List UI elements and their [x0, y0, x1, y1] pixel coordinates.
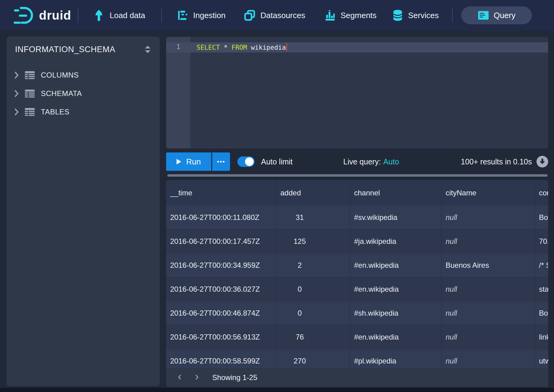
- sql-editor[interactable]: 1 SELECT * FROM wikipedia: [166, 37, 548, 148]
- table-cell: 2: [276, 253, 350, 277]
- nav-divider: [161, 8, 162, 23]
- table-cell: 125: [276, 229, 350, 253]
- table-cell: 2016-06-27T00:00:11.080Z: [166, 206, 276, 229]
- chevron-right-icon[interactable]: [14, 109, 19, 115]
- table-cell: link: [535, 325, 548, 349]
- horizontal-scrollbar[interactable]: [167, 174, 548, 177]
- download-icon: [539, 158, 545, 165]
- table-cell: #en.wikipedia: [350, 325, 442, 349]
- table-cell: Bot: [535, 206, 548, 229]
- column-header-comment[interactable]: comment: [535, 180, 548, 206]
- ingestion-chart-icon: [178, 10, 188, 21]
- auto-limit-label: Auto limit: [261, 157, 293, 166]
- nav-item-label: Services: [408, 11, 439, 20]
- nav-item-query-active[interactable]: Query: [461, 6, 532, 24]
- schema-header[interactable]: INFORMATION_SCHEMA: [6, 43, 160, 56]
- live-query-label: Live query:Auto: [343, 157, 399, 166]
- chevron-right-icon[interactable]: [14, 90, 19, 97]
- editor-gutter: [166, 37, 190, 148]
- nav-item-label: Ingestion: [193, 11, 226, 20]
- table-icon: [25, 90, 35, 98]
- database-icon: [392, 10, 403, 21]
- top-nav-bar: druid Load data Ingestion: [0, 0, 554, 31]
- table-cell: 2016-06-27T00:00:17.457Z: [166, 229, 276, 253]
- console-icon: [478, 11, 489, 20]
- sidebar-item-schemata[interactable]: SCHEMATA: [6, 84, 160, 103]
- chevron-right-icon[interactable]: [14, 72, 19, 79]
- sql-token: wikipedia: [247, 44, 286, 51]
- table-cell: #en.wikipedia: [350, 277, 442, 301]
- table-row: 2016-06-27T00:00:34.959Z2#en.wikipediaBu…: [166, 253, 548, 277]
- brand-wordmark: druid: [39, 9, 71, 22]
- tree-item-label: COLUMNS: [41, 71, 79, 79]
- column-header-time[interactable]: __time: [166, 180, 276, 206]
- table-row: 2016-06-27T00:00:56.913Z76#en.wikipedian…: [166, 325, 548, 349]
- next-page-button[interactable]: ›: [188, 370, 205, 385]
- schema-title: INFORMATION_SCHEMA: [15, 45, 144, 54]
- nav-item-load-data[interactable]: Load data: [93, 0, 145, 31]
- table-cell: Bot: [535, 301, 548, 325]
- table-cell: 2016-06-27T00:00:56.913Z: [166, 325, 276, 349]
- druid-logo[interactable]: druid: [13, 0, 71, 31]
- run-button[interactable]: Run: [166, 152, 211, 171]
- druid-logo-icon: [13, 6, 33, 24]
- nav-item-segments[interactable]: Segments: [325, 0, 376, 31]
- table-cell: 0: [276, 301, 350, 325]
- table-cell: null: [442, 206, 535, 229]
- bottom-edge-strip: [0, 388, 554, 392]
- table-cell: 2016-06-27T00:00:36.027Z: [166, 277, 276, 301]
- table-cell: #sv.wikipedia: [350, 206, 442, 229]
- play-icon: [177, 159, 181, 164]
- tree-item-label: SCHEMATA: [41, 89, 82, 98]
- layers-icon: [244, 10, 255, 21]
- sidebar-item-tables[interactable]: TABLES: [6, 103, 160, 121]
- column-header-channel[interactable]: channel: [350, 180, 442, 206]
- showing-range-label: Showing 1-25: [212, 373, 257, 382]
- table-row: 2016-06-27T00:00:46.874Z0#sh.wikipedianu…: [166, 301, 548, 325]
- table-cell: null: [442, 301, 535, 325]
- table-cell: 76: [276, 325, 350, 349]
- table-cell: #sh.wikipedia: [350, 301, 442, 325]
- results-summary: 100+ results in 0.10s: [461, 157, 532, 166]
- tree-item-label: TABLES: [41, 108, 69, 116]
- nav-item-services[interactable]: Services: [392, 0, 439, 31]
- table-cell: 0: [276, 277, 350, 301]
- table-cell: #en.wikipedia: [350, 253, 442, 277]
- table-row: 2016-06-27T00:00:11.080Z31#sv.wikipedian…: [166, 206, 548, 229]
- nav-item-label: Segments: [341, 11, 376, 20]
- nav-item-label: Query: [494, 11, 516, 20]
- table-cell: #ja.wikipedia: [350, 229, 442, 253]
- run-button-label: Run: [186, 157, 201, 167]
- auto-limit-toggle[interactable]: [237, 156, 255, 167]
- toggle-knob: [245, 157, 254, 166]
- nav-divider: [78, 8, 78, 23]
- table-cell: 31: [276, 206, 350, 229]
- more-options-button[interactable]: •••: [212, 152, 230, 171]
- sql-token: FROM: [232, 44, 247, 51]
- table-cell: null: [442, 277, 535, 301]
- table-cell: sta: [535, 277, 548, 301]
- results-pagination: ‹ › Showing 1-25: [166, 368, 548, 387]
- editor-line-number: 1: [166, 43, 190, 51]
- editor-code-line[interactable]: SELECT * FROM wikipedia: [197, 43, 287, 51]
- query-toolbar: Run ••• Auto limit Live query:Auto 100+ …: [166, 152, 548, 171]
- table-cell: 2016-06-27T00:00:46.874Z: [166, 301, 276, 325]
- results-table-body: 2016-06-27T00:00:11.080Z31#sv.wikipedian…: [166, 206, 548, 373]
- download-results-button[interactable]: [536, 156, 548, 167]
- bar-chart-icon: [325, 10, 335, 21]
- sidebar-item-columns[interactable]: COLUMNS: [6, 66, 160, 84]
- column-header-added[interactable]: added: [276, 180, 350, 206]
- column-header-cityname[interactable]: cityName: [442, 180, 535, 206]
- double-caret-vertical-icon: [144, 45, 151, 53]
- table-row: 2016-06-27T00:00:17.457Z125#ja.wikipedia…: [166, 229, 548, 253]
- table-cell: 2016-06-27T00:00:34.959Z: [166, 253, 276, 277]
- nav-item-datasources[interactable]: Datasources: [244, 0, 305, 31]
- sql-token: SELECT: [197, 44, 220, 51]
- results-table-header: __timeaddedchannelcityNamecomment: [166, 180, 548, 206]
- table-cell: null: [442, 325, 535, 349]
- results-panel: __timeaddedchannelcityNamecomment 2016-0…: [166, 180, 548, 387]
- upload-icon: [93, 10, 104, 21]
- live-query-value[interactable]: Auto: [383, 157, 399, 166]
- nav-item-ingestion[interactable]: Ingestion: [178, 0, 226, 31]
- prev-page-button[interactable]: ‹: [171, 370, 188, 385]
